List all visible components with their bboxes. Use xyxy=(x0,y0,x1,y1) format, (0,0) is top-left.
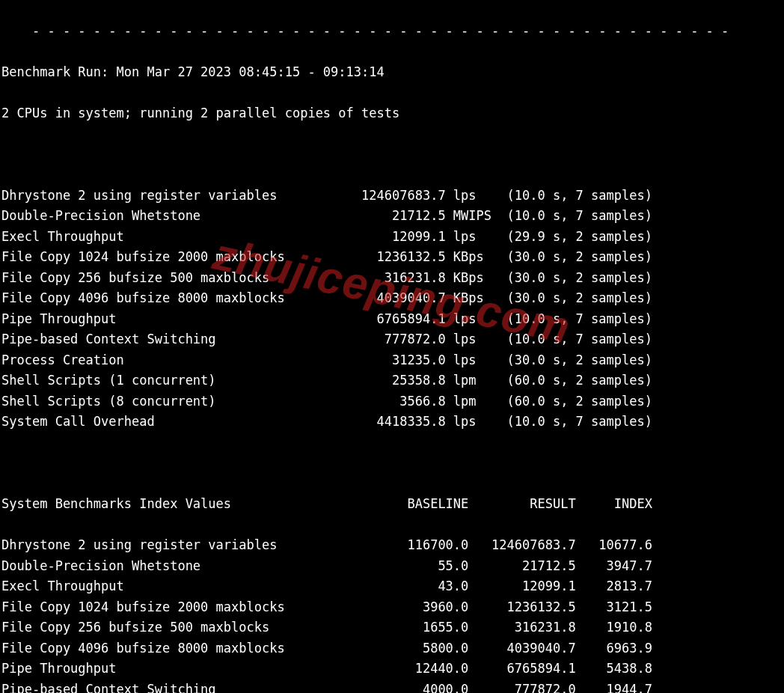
result-row: Pipe Throughput 6765894.1 lps (10.0 s, 7… xyxy=(1,309,784,330)
index-row: Pipe-based Context Switching 4000.0 7778… xyxy=(1,680,784,694)
terminal-output: - - - - - - - - - - - - - - - - - - - - … xyxy=(0,0,784,693)
index-row: File Copy 4096 bufsize 8000 maxblocks 58… xyxy=(1,638,784,659)
index-row: Execl Throughput 43.0 12099.1 2813.7 xyxy=(1,576,784,597)
benchmark-run-line: Benchmark Run: Mon Mar 27 2023 08:45:15 … xyxy=(1,62,784,83)
result-row: System Call Overhead 4418335.8 lps (10.0… xyxy=(1,412,784,433)
result-row: Process Creation 31235.0 lps (30.0 s, 2 … xyxy=(1,350,784,371)
result-row: File Copy 4096 bufsize 8000 maxblocks 40… xyxy=(1,288,784,309)
result-row: Execl Throughput 12099.1 lps (29.9 s, 2 … xyxy=(1,227,784,248)
result-row: File Copy 256 bufsize 500 maxblocks 3162… xyxy=(1,268,784,289)
result-row: Shell Scripts (1 concurrent) 25358.8 lpm… xyxy=(1,370,784,391)
index-row: Pipe Throughput 12440.0 6765894.1 5438.8 xyxy=(1,659,784,680)
result-row: File Copy 1024 bufsize 2000 maxblocks 12… xyxy=(1,247,784,268)
result-row: Dhrystone 2 using register variables 124… xyxy=(1,186,784,207)
blank-line xyxy=(1,453,784,474)
index-row: Double-Precision Whetstone 55.0 21712.5 … xyxy=(1,556,784,577)
cpu-count-line: 2 CPUs in system; running 2 parallel cop… xyxy=(1,103,784,124)
index-row: Dhrystone 2 using register variables 116… xyxy=(1,535,784,556)
blank-line xyxy=(1,144,784,165)
index-header-row: System Benchmarks Index Values BASELINE … xyxy=(1,494,784,515)
result-row: Shell Scripts (8 concurrent) 3566.8 lpm … xyxy=(1,391,784,412)
result-row: Pipe-based Context Switching 777872.0 lp… xyxy=(1,329,784,350)
index-row: File Copy 1024 bufsize 2000 maxblocks 39… xyxy=(1,597,784,618)
index-row: File Copy 256 bufsize 500 maxblocks 1655… xyxy=(1,617,784,638)
divider-line: - - - - - - - - - - - - - - - - - - - - … xyxy=(1,21,784,42)
result-row: Double-Precision Whetstone 21712.5 MWIPS… xyxy=(1,206,784,227)
